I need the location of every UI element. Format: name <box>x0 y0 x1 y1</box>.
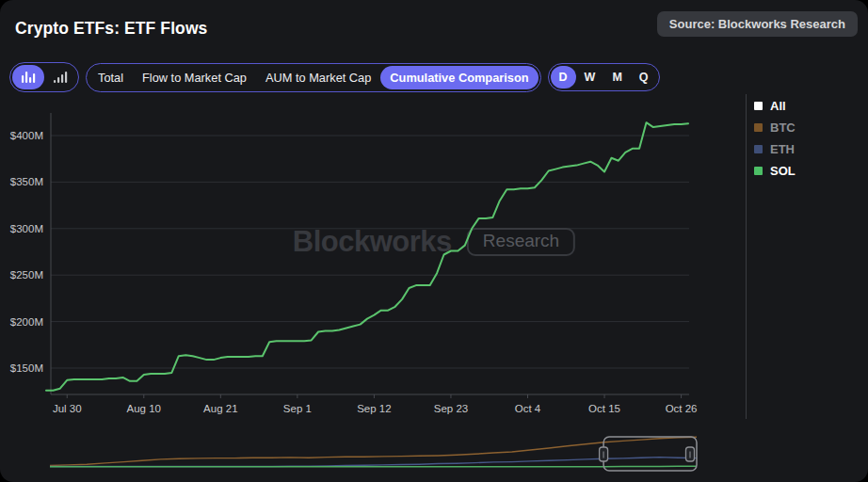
sol-series-line <box>46 122 688 391</box>
svg-text:Sep 1: Sep 1 <box>283 403 312 414</box>
legend: All BTC ETH SOL <box>754 99 796 178</box>
watermark-brand: Blockworks <box>293 225 452 259</box>
svg-text:Aug 10: Aug 10 <box>127 403 161 414</box>
chart-type-toggle <box>9 62 79 92</box>
tab-aum-to-market-cap[interactable]: AUM to Market Cap <box>256 66 380 89</box>
grouped-bars-icon <box>21 71 36 84</box>
svg-text:Aug 21: Aug 21 <box>203 403 237 414</box>
legend-divider <box>746 94 747 419</box>
tab-cumulative-comparison[interactable]: Cumulative Comparison <box>380 66 538 89</box>
ascending-bars-icon <box>53 71 68 84</box>
svg-text:$350M: $350M <box>10 176 43 187</box>
legend-item-sol[interactable]: SOL <box>754 164 796 178</box>
source-badge[interactable]: Source: Blockworks Research <box>657 11 858 37</box>
frequency-daily-button[interactable]: D <box>551 66 576 88</box>
eth-swatch-icon <box>754 145 763 153</box>
all-swatch-icon <box>754 102 763 110</box>
legend-label: All <box>770 99 786 113</box>
watermark-research-badge: Research <box>467 228 575 256</box>
toolbar: Total Flow to Market Cap AUM to Market C… <box>9 62 660 92</box>
svg-text:$250M: $250M <box>10 269 43 281</box>
frequency-toggle: D W M Q <box>548 63 660 91</box>
svg-text:Sep 12: Sep 12 <box>357 403 391 414</box>
legend-label: SOL <box>770 164 796 178</box>
tab-total[interactable]: Total <box>88 66 133 89</box>
legend-item-all[interactable]: All <box>754 99 796 113</box>
svg-text:Jul 30: Jul 30 <box>53 403 82 414</box>
metric-tabs: Total Flow to Market Cap AUM to Market C… <box>86 63 541 92</box>
grouped-bars-chart-button[interactable] <box>12 65 44 89</box>
svg-text:$150M: $150M <box>10 362 43 374</box>
ascending-bars-chart-button[interactable] <box>44 65 76 89</box>
legend-label: ETH <box>770 142 795 156</box>
tab-flow-to-market-cap[interactable]: Flow to Market Cap <box>133 66 256 89</box>
legend-item-eth[interactable]: ETH <box>754 142 796 156</box>
brush-right-handle[interactable] <box>686 447 695 461</box>
legend-label: BTC <box>770 120 796 135</box>
watermark: Blockworks Research <box>293 225 575 259</box>
brush-left-handle[interactable] <box>600 447 608 461</box>
svg-text:Oct 15: Oct 15 <box>588 403 620 414</box>
navigator-brush[interactable] <box>603 437 697 471</box>
page-title: Crypto ETFs: ETF Flows <box>15 19 207 39</box>
frequency-monthly-button[interactable]: M <box>603 66 630 88</box>
sol-swatch-icon <box>754 167 763 175</box>
crypto-etf-flows-card: Crypto ETFs: ETF Flows Source: Blockwork… <box>0 0 868 482</box>
svg-text:$200M: $200M <box>10 316 43 328</box>
navigator-sol-line <box>50 466 697 467</box>
svg-text:Oct 26: Oct 26 <box>666 403 698 414</box>
frequency-weekly-button[interactable]: W <box>576 66 604 88</box>
frequency-quarterly-button[interactable]: Q <box>631 66 657 88</box>
svg-text:Oct 4: Oct 4 <box>515 403 541 414</box>
svg-text:$300M: $300M <box>10 223 43 234</box>
svg-text:Sep 23: Sep 23 <box>434 403 468 414</box>
svg-text:$400M: $400M <box>10 130 43 141</box>
legend-item-btc[interactable]: BTC <box>754 120 796 135</box>
btc-swatch-icon <box>754 123 763 132</box>
